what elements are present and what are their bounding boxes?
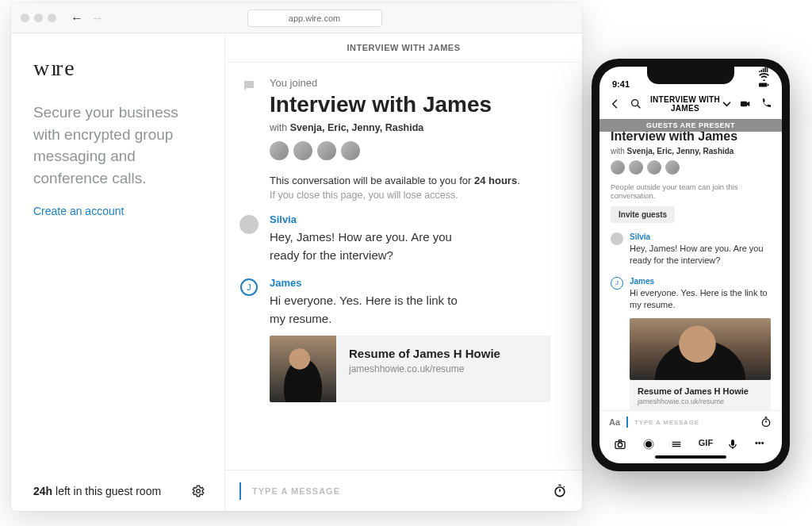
svg-point-9 — [645, 441, 652, 447]
chevron-down-icon[interactable] — [722, 98, 731, 110]
video-call-icon[interactable] — [739, 98, 752, 110]
phone-notch — [647, 67, 734, 84]
timed-message-icon[interactable] — [760, 416, 772, 428]
phone-frame: 9:41 INTERVIEW WITH JAMES GUESTS ARE PRE… — [592, 59, 790, 471]
close-warning: If you close this page, you will lose ac… — [270, 190, 550, 201]
avatar[interactable] — [647, 160, 661, 175]
avatar[interactable] — [611, 160, 625, 175]
message-text: Hey, James! How are you. Are you ready f… — [630, 243, 771, 267]
sketch-icon[interactable] — [642, 438, 655, 451]
message-row: Silvia Hey, James! How are you. Are you … — [239, 213, 550, 264]
create-account-link[interactable]: Create an account — [33, 205, 205, 217]
microphone-icon[interactable] — [726, 438, 739, 451]
sender-name[interactable]: James — [270, 277, 550, 289]
search-icon[interactable] — [630, 98, 642, 110]
conversation-body: You joined Interview with James with Sve… — [225, 63, 582, 470]
more-icon[interactable]: ••• — [755, 438, 768, 451]
sender-name[interactable]: Silvia — [270, 213, 550, 225]
close-dot[interactable] — [21, 13, 29, 22]
guest-time-remaining: 24h left in this guest room — [33, 485, 161, 497]
invite-guests-button[interactable]: Invite guests — [611, 206, 675, 223]
phone-conv-name: Interview with James — [611, 132, 771, 144]
phone-avatars — [611, 160, 771, 175]
svg-rect-2 — [759, 83, 767, 86]
avatar[interactable] — [293, 141, 312, 160]
sender-name[interactable]: James — [630, 277, 771, 286]
svg-rect-11 — [731, 440, 734, 446]
voice-call-icon[interactable] — [760, 98, 772, 110]
joined-label: You joined — [270, 77, 550, 89]
link-preview-thumb — [270, 336, 336, 402]
back-arrow-icon[interactable]: ← — [71, 11, 83, 25]
participants-line: with Svenja, Eric, Jenny, Rashida — [270, 122, 550, 133]
phone-title[interactable]: INTERVIEW WITH JAMES — [650, 95, 731, 113]
avatar[interactable] — [341, 141, 360, 160]
message-row: J James Hi everyone. Yes. Here is the li… — [611, 277, 771, 410]
compose-bar[interactable]: TYPE A MESSAGE — [225, 470, 582, 511]
compose-placeholder[interactable]: TYPE A MESSAGE — [634, 419, 753, 426]
minimize-dot[interactable] — [34, 13, 43, 22]
phone-conversation-body: Interview with James with Svenja, Eric, … — [599, 132, 782, 410]
status-time: 9:41 — [612, 79, 630, 89]
status-icons — [759, 67, 769, 89]
avatar[interactable] — [629, 160, 643, 175]
gif-icon[interactable]: GIF — [699, 438, 711, 451]
avatar[interactable] — [270, 141, 289, 160]
ping-icon[interactable] — [670, 438, 683, 451]
camera-icon[interactable] — [614, 438, 626, 451]
link-preview-thumb[interactable] — [630, 318, 771, 380]
avatar[interactable]: J — [240, 278, 258, 296]
conversation-title-bar: INTERVIEW WITH JAMES — [225, 33, 582, 63]
app-frame: wıre Secure your business with encrypted… — [11, 33, 582, 511]
window-controls[interactable] — [21, 13, 56, 22]
conversation-panel: INTERVIEW WITH JAMES You joined Intervie… — [225, 33, 582, 511]
phone-header: INTERVIEW WITH JAMES — [599, 90, 782, 119]
timed-message-icon[interactable] — [552, 483, 568, 499]
svg-point-8 — [618, 443, 622, 447]
sidebar: wıre Secure your business with encrypted… — [11, 33, 225, 511]
browser-window: ← → app.wire.com wıre Secure your busine… — [11, 3, 582, 511]
link-preview-card[interactable]: Resume of James H Howie jameshhowie.co.u… — [630, 380, 771, 410]
tagline: Secure your business with encrypted grou… — [33, 102, 205, 189]
svg-rect-5 — [741, 102, 747, 107]
cursor-bar — [626, 417, 628, 428]
gear-icon[interactable] — [191, 484, 205, 498]
compose-placeholder[interactable]: TYPE A MESSAGE — [252, 486, 541, 496]
wire-logo: wıre — [33, 56, 205, 81]
phone-toolbar: GIF ••• — [599, 433, 782, 452]
svg-rect-3 — [768, 84, 768, 86]
link-preview-card[interactable]: Resume of James H Howie jameshhowie.co.u… — [270, 336, 550, 402]
text-format-icon[interactable]: Aa — [609, 417, 620, 427]
svg-point-4 — [632, 100, 638, 106]
back-arrow-icon[interactable] — [609, 98, 622, 110]
avatar[interactable] — [665, 160, 680, 175]
link-preview-title: Resume of James H Howie — [349, 347, 500, 360]
conversation-name: Interview with James — [270, 92, 550, 117]
message-text: Hi everyone. Yes. Here is the link to my… — [270, 292, 476, 328]
zoom-dot[interactable] — [48, 13, 56, 22]
link-preview-url: jameshhowie.co.uk/resume — [349, 363, 500, 374]
signal-icon — [759, 67, 769, 73]
cursor-bar — [239, 482, 241, 500]
link-preview-url: jameshhowie.co.uk/resume — [638, 397, 763, 405]
avatar[interactable]: J — [611, 277, 623, 290]
svg-point-0 — [197, 490, 201, 493]
avatar[interactable] — [239, 215, 259, 234]
url-bar[interactable]: app.wire.com — [247, 10, 382, 27]
avatar[interactable] — [611, 232, 623, 245]
phone-compose-bar[interactable]: Aa TYPE A MESSAGE — [599, 410, 782, 433]
phone-guest-note: People outside your team can join this c… — [611, 182, 771, 200]
forward-arrow-icon[interactable]: → — [91, 11, 104, 25]
home-indicator[interactable] — [655, 455, 726, 459]
availability-note: This conversation will be available to y… — [270, 175, 550, 186]
message-row: J James Hi everyone. Yes. Here is the li… — [239, 277, 550, 402]
message-text: Hey, James! How are you. Are you ready f… — [270, 228, 476, 264]
sender-name[interactable]: Silvia — [630, 232, 771, 241]
phone-participants: with Svenja, Eric, Jenny, Rashida — [611, 147, 771, 155]
battery-icon — [759, 81, 769, 89]
speech-bubble-icon — [242, 79, 256, 93]
phone-screen: 9:41 INTERVIEW WITH JAMES GUESTS ARE PRE… — [599, 67, 782, 463]
avatar[interactable] — [317, 141, 336, 160]
message-text: Hi everyone. Yes. Here is the link to my… — [630, 287, 771, 312]
guest-banner: GUESTS ARE PRESENT — [599, 119, 782, 132]
